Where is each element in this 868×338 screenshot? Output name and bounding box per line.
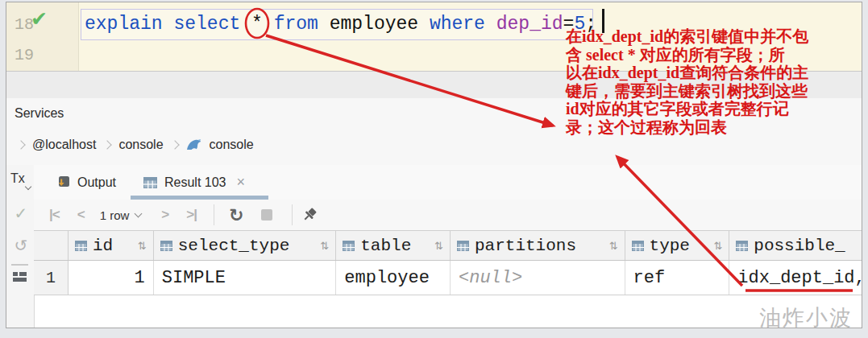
grid-view-icon — [19, 272, 27, 276]
sql-star-token: * — [251, 14, 274, 35]
column-name: possible_ — [754, 237, 845, 255]
next-page-button[interactable]: > — [152, 207, 177, 223]
toolbar-separator — [292, 204, 293, 225]
column-name: select_type — [178, 237, 290, 255]
column-header-type[interactable]: type ⇅ — [625, 231, 730, 260]
sort-icon[interactable]: ⇅ — [713, 240, 722, 252]
column-header-id[interactable]: id ⇅ — [69, 231, 154, 260]
chevron-right-icon — [103, 140, 112, 149]
reload-query-button[interactable]: ↻ — [222, 205, 250, 225]
table-row: 1 1 SIMPLE employee <null> ref idx_dept_… — [34, 261, 862, 295]
column-header-possible-keys[interactable]: possible_ — [729, 231, 862, 260]
column-icon — [160, 241, 172, 251]
column-icon — [343, 241, 355, 251]
mysql-dolphin-icon — [186, 138, 201, 151]
breadcrumb-localhost[interactable]: @localhost — [32, 138, 96, 152]
last-page-button[interactable]: >| — [177, 207, 206, 223]
cell-select-type[interactable]: SIMPLE — [154, 261, 337, 295]
column-name: id — [93, 237, 113, 255]
services-title: Services — [15, 106, 64, 121]
annotation-line: 含 select * 对应的所有字段；所 — [566, 46, 808, 64]
sort-icon[interactable]: ⇅ — [138, 240, 147, 252]
pin-tab-button[interactable] — [301, 206, 318, 224]
sql-keyword-select: select — [173, 14, 251, 35]
column-header-select-type[interactable]: select_type ⇅ — [154, 231, 337, 260]
column-icon — [632, 241, 644, 251]
annotation-line: 以在idx_dept_id查询符合条件的主 — [566, 64, 808, 82]
sql-table-token: employee — [330, 14, 430, 35]
row-number-cell[interactable]: 1 — [34, 261, 69, 295]
cell-partitions[interactable]: <null> — [451, 261, 625, 295]
previous-page-button[interactable]: < — [69, 207, 93, 223]
sql-code-line[interactable]: explain select * from employee where dep… — [85, 10, 596, 39]
grid-view-icon — [13, 278, 27, 282]
cell-id[interactable]: 1 — [69, 261, 154, 295]
stop-query-button[interactable] — [261, 209, 272, 221]
annotation-line: 键后，需要到主键索引树找到这些 — [566, 82, 808, 101]
result-grid-icon — [143, 177, 157, 188]
row-count-chevron-down-icon[interactable] — [135, 210, 143, 218]
output-icon — [56, 175, 70, 189]
strip-divider — [11, 264, 28, 266]
first-page-button[interactable]: |< — [40, 207, 69, 223]
left-icon-strip: Tx ✓ ↺ — [6, 165, 35, 328]
grid-header-row: id ⇅ select_type ⇅ table ⇅ partitions ⇅ … — [34, 230, 862, 261]
line-number-19: 19 — [15, 40, 47, 70]
column-header-table[interactable]: table ⇅ — [336, 231, 451, 260]
annotation-line: 在idx_dept_id的索引键值中并不包 — [566, 27, 808, 46]
grid-view-toggle-button[interactable] — [13, 272, 27, 282]
toolbar-separator — [214, 204, 214, 225]
corner-header-cell[interactable] — [34, 231, 69, 260]
tab-output-label: Output — [77, 175, 116, 190]
tx-chevron-down-icon[interactable] — [25, 183, 31, 190]
sql-keyword-where: where — [430, 14, 496, 35]
close-tab-icon[interactable]: × — [237, 174, 246, 191]
column-header-partitions[interactable]: partitions ⇅ — [451, 231, 625, 260]
column-name: partitions — [475, 237, 576, 255]
chevron-right-icon — [16, 140, 25, 149]
result-tab-bar: Output Result 103 × — [34, 165, 862, 200]
cell-table[interactable]: employee — [336, 261, 451, 295]
commit-button[interactable]: ✓ — [12, 204, 30, 223]
breadcrumb-console-group[interactable]: console — [118, 138, 163, 152]
tab-output[interactable]: Output — [56, 165, 116, 200]
sort-icon[interactable]: ⇅ — [434, 240, 443, 252]
statement-executed-check-icon: ✔ — [31, 7, 48, 31]
rollback-button[interactable]: ↺ — [12, 236, 30, 255]
sql-keyword-from: from — [274, 14, 330, 35]
tab-result-103[interactable]: Result 103 × — [143, 165, 245, 200]
annotation-note: 在idx_dept_id的索引键值中并不包 含 select * 对应的所有字段… — [566, 27, 808, 136]
sort-icon[interactable]: ⇅ — [320, 240, 329, 252]
row-count-dropdown[interactable]: 1 row — [93, 208, 133, 222]
editor-gutter: 18 19 ✔ — [6, 2, 79, 71]
result-grid: id ⇅ select_type ⇅ table ⇅ partitions ⇅ … — [34, 230, 862, 295]
column-name: table — [360, 237, 411, 255]
result-toolbar: |< < 1 row > >| ↻ — [34, 200, 862, 230]
breadcrumb-console-file[interactable]: console — [210, 138, 254, 152]
cell-possible-keys[interactable]: idx_dept_id, — [729, 261, 862, 295]
watermark: 油炸小波 — [759, 303, 853, 328]
sql-column-token: dep_id — [496, 14, 563, 35]
grid-view-icon — [13, 272, 18, 276]
column-icon — [457, 241, 469, 251]
breadcrumb: @localhost console console — [18, 134, 254, 156]
chevron-right-icon — [170, 140, 179, 149]
column-icon — [736, 241, 748, 251]
annotation-line: 录；这个过程称为回表 — [566, 118, 808, 137]
column-icon — [75, 241, 87, 251]
tab-result-label: Result 103 — [164, 175, 226, 190]
sort-icon[interactable]: ⇅ — [609, 240, 618, 252]
ide-window: 18 19 ✔ explain select * from employee w… — [6, 2, 862, 328]
sql-keyword-explain: explain — [85, 14, 173, 35]
tx-mode-button[interactable]: Tx — [10, 171, 25, 186]
cell-type[interactable]: ref — [625, 261, 730, 295]
column-name: type — [650, 237, 690, 255]
annotation-line: id对应的其它字段或者完整行记 — [566, 100, 808, 118]
